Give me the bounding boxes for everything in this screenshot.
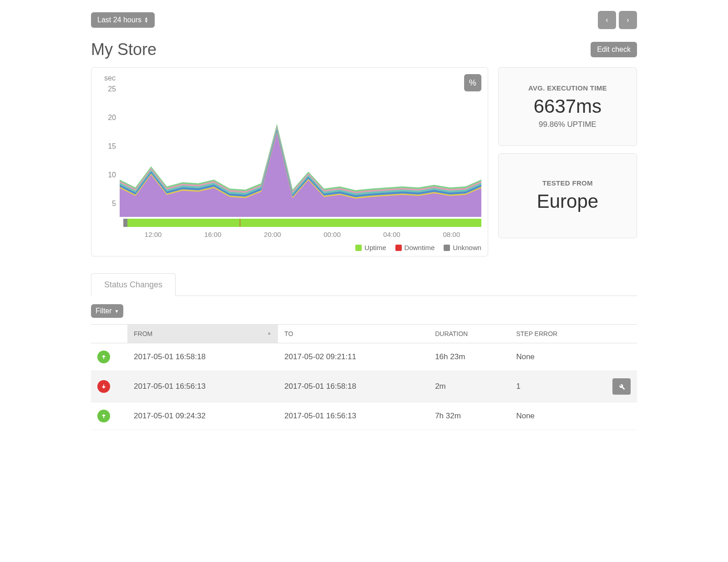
cell-from: 2017-05-01 16:56:13: [127, 371, 278, 402]
col-step-error[interactable]: STEP ERROR: [510, 325, 606, 343]
cell-step-error: 1: [510, 371, 606, 402]
tools-button[interactable]: [612, 378, 631, 395]
legend-item: Uptime: [355, 244, 386, 251]
chart-y-ticks: 252015105: [98, 85, 120, 208]
percent-toggle-button[interactable]: %: [464, 74, 481, 91]
exec-time-card: AVG. EXECUTION TIME 6637ms 99.86% UPTIME: [498, 67, 637, 146]
caret-down-icon: ▼: [115, 309, 119, 314]
uptime-pct: 99.86% UPTIME: [508, 120, 627, 129]
tested-from-value: Europe: [508, 191, 627, 212]
tested-from-card: TESTED FROM Europe: [498, 153, 637, 238]
cell-to: 2017-05-02 09:21:11: [278, 343, 429, 371]
uptime-bar: [123, 219, 481, 227]
time-range-label: Last 24 hours: [97, 16, 142, 24]
cell-to: 2017-05-01 16:56:13: [278, 402, 429, 430]
cell-duration: 16h 23m: [429, 343, 510, 371]
chevron-left-icon: ‹: [606, 16, 608, 24]
sort-asc-icon: ▲: [267, 330, 272, 336]
col-status[interactable]: [91, 325, 127, 343]
cell-step-error: None: [510, 402, 606, 430]
tabs: Status Changes: [91, 273, 637, 296]
status-table: FROM ▲ TO DURATION STEP ERROR 2017-05-01…: [91, 324, 637, 430]
page-title: My Store: [91, 40, 157, 59]
chart-panel: sec % 252015105 12:0016:0020:0000:0004:0…: [91, 67, 488, 256]
chart-legend: UptimeDowntimeUnknown: [98, 244, 481, 251]
exec-time-label: AVG. EXECUTION TIME: [508, 84, 627, 92]
chevron-right-icon: ›: [627, 16, 629, 24]
chart-x-ticks: 12:0016:0020:0000:0004:0008:00: [123, 231, 481, 238]
cell-to: 2017-05-01 16:58:18: [278, 371, 429, 402]
arrow-down-icon: [97, 380, 110, 393]
time-range-dropdown[interactable]: Last 24 hours ▲▼: [91, 12, 155, 28]
cell-from: 2017-05-01 09:24:32: [127, 402, 278, 430]
exec-time-value: 6637ms: [508, 95, 627, 117]
col-to[interactable]: TO: [278, 325, 429, 343]
edit-check-button[interactable]: Edit check: [591, 42, 637, 57]
chevron-updown-icon: ▲▼: [144, 17, 148, 23]
col-duration[interactable]: DURATION: [429, 325, 510, 343]
table-row[interactable]: 2017-05-01 09:24:322017-05-01 16:56:137h…: [91, 402, 637, 430]
table-row[interactable]: 2017-05-01 16:58:182017-05-02 09:21:1116…: [91, 343, 637, 371]
next-button[interactable]: ›: [619, 11, 637, 29]
arrow-up-icon: [97, 351, 110, 363]
col-actions: [606, 325, 637, 343]
chart-y-label: sec: [104, 74, 116, 82]
cell-step-error: None: [510, 343, 606, 371]
cell-duration: 7h 32m: [429, 402, 510, 430]
cell-duration: 2m: [429, 371, 510, 402]
legend-item: Unknown: [444, 244, 481, 251]
chart-plot[interactable]: [120, 85, 481, 217]
tab-status-changes[interactable]: Status Changes: [91, 273, 176, 296]
filter-dropdown[interactable]: Filter ▼: [91, 304, 123, 318]
prev-button[interactable]: ‹: [598, 11, 616, 29]
arrow-up-icon: [97, 410, 110, 422]
table-row[interactable]: 2017-05-01 16:56:132017-05-01 16:58:182m…: [91, 371, 637, 402]
col-from[interactable]: FROM ▲: [127, 325, 278, 343]
tested-from-label: TESTED FROM: [508, 179, 627, 187]
cell-from: 2017-05-01 16:58:18: [127, 343, 278, 371]
legend-item: Downtime: [395, 244, 435, 251]
